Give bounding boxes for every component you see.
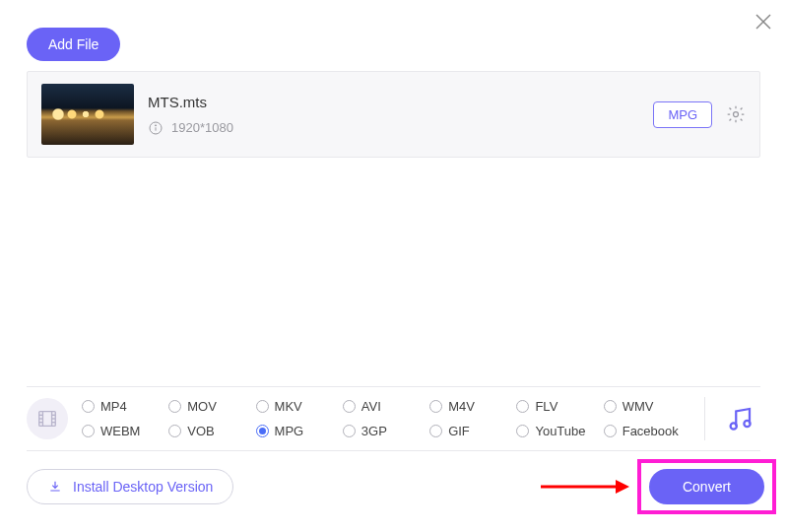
format-option-mov[interactable]: MOV — [168, 399, 255, 414]
format-badge[interactable]: MPG — [653, 101, 712, 128]
format-label: MPG — [275, 424, 304, 438]
radio-icon — [516, 400, 529, 413]
download-icon — [47, 479, 63, 495]
format-label: WEBM — [100, 424, 140, 438]
svg-point-15 — [731, 423, 737, 429]
format-option-vob[interactable]: VOB — [168, 424, 255, 438]
gear-icon[interactable] — [726, 104, 746, 124]
format-option-wmv[interactable]: WMV — [604, 399, 690, 414]
radio-icon — [82, 425, 95, 437]
svg-marker-18 — [616, 480, 629, 494]
format-label: VOB — [187, 424, 214, 438]
toolbar: Add File — [0, 0, 787, 71]
format-label: WMV — [623, 399, 654, 414]
file-thumbnail — [41, 84, 134, 145]
format-label: MKV — [275, 399, 302, 414]
film-icon — [36, 408, 58, 430]
format-label: MP4 — [100, 399, 127, 414]
annotation-arrow — [539, 477, 629, 497]
music-icon[interactable] — [725, 404, 754, 433]
radio-icon — [343, 400, 356, 413]
radio-icon — [82, 400, 95, 413]
format-grid: MP4MOVMKVAVIM4VFLVWMVWEBMVOBMPG3GPGIFYou… — [82, 399, 690, 438]
convert-button[interactable]: Convert — [649, 469, 764, 504]
format-label: Facebook — [623, 424, 679, 438]
radio-icon — [604, 425, 617, 437]
file-dimensions: 1920*1080 — [171, 120, 233, 135]
format-label: GIF — [448, 424, 470, 438]
format-option-facebook[interactable]: Facebook — [604, 424, 690, 438]
radio-icon — [256, 425, 269, 437]
format-option-flv[interactable]: FLV — [516, 399, 603, 414]
file-actions: MPG — [653, 101, 746, 128]
info-icon — [148, 120, 164, 136]
bottom-bar: Install Desktop Version Convert — [27, 459, 776, 514]
format-label: MOV — [187, 399, 217, 414]
format-option-mpg[interactable]: MPG — [256, 424, 343, 438]
svg-point-5 — [734, 112, 739, 117]
close-icon — [752, 10, 775, 33]
close-button[interactable] — [752, 10, 775, 33]
radio-icon — [516, 425, 529, 437]
file-item: MTS.mts 1920*1080 MPG — [27, 71, 760, 158]
radio-icon — [256, 400, 269, 413]
file-list: MTS.mts 1920*1080 MPG — [0, 71, 787, 158]
radio-icon — [604, 400, 617, 413]
svg-point-4 — [155, 124, 156, 125]
format-option-youtube[interactable]: YouTube — [516, 424, 603, 438]
install-desktop-label: Install Desktop Version — [73, 479, 213, 495]
format-label: M4V — [448, 399, 475, 414]
vertical-divider — [704, 397, 705, 440]
file-name: MTS.mts — [148, 94, 639, 110]
convert-group: Convert — [539, 459, 776, 514]
add-file-button[interactable]: Add File — [27, 28, 120, 61]
format-label: AVI — [361, 399, 381, 414]
radio-icon — [168, 400, 181, 413]
annotation-highlight: Convert — [637, 459, 776, 514]
svg-point-16 — [744, 421, 750, 427]
format-label: 3GP — [361, 424, 387, 438]
radio-icon — [429, 425, 442, 437]
file-meta: MTS.mts 1920*1080 — [148, 94, 639, 136]
format-label: FLV — [535, 399, 557, 414]
format-option-avi[interactable]: AVI — [343, 399, 429, 414]
radio-icon — [429, 400, 442, 413]
install-desktop-button[interactable]: Install Desktop Version — [27, 469, 233, 504]
file-dimensions-row: 1920*1080 — [148, 120, 639, 136]
format-option-webm[interactable]: WEBM — [82, 424, 168, 438]
video-category-icon[interactable] — [27, 398, 68, 439]
format-option-mkv[interactable]: MKV — [256, 399, 343, 414]
format-option-m4v[interactable]: M4V — [429, 399, 516, 414]
format-option-3gp[interactable]: 3GP — [343, 424, 429, 438]
format-label: YouTube — [535, 424, 585, 438]
formats-panel: MP4MOVMKVAVIM4VFLVWMVWEBMVOBMPG3GPGIFYou… — [27, 386, 760, 451]
radio-icon — [168, 425, 181, 437]
format-option-mp4[interactable]: MP4 — [82, 399, 168, 414]
format-option-gif[interactable]: GIF — [429, 424, 516, 438]
radio-icon — [343, 425, 356, 437]
